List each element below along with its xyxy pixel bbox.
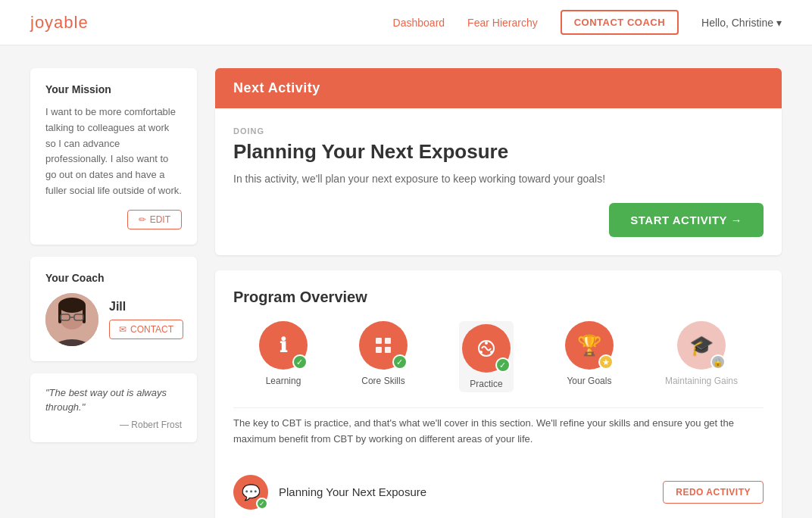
program-steps: ℹ ✓ Learning [233,321,764,392]
activity-row-1-left: 💬 ✓ Planning Your Next Exposure [233,475,426,510]
edit-label: EDIT [150,214,170,225]
step-learning-icon-wrap: ℹ ✓ [259,321,308,370]
step-maintaining-gains[interactable]: 🎓 🔒 Maintaining Gains [665,321,738,392]
step-your-goals-label: Your Goals [567,376,611,386]
svg-rect-9 [376,338,382,344]
contact-coach-button[interactable]: CONTACT COACH [561,10,679,35]
activity-name-1: Planning Your Next Exposure [279,485,426,498]
next-activity-title: Next Activity [233,80,320,95]
quote-author: — Robert Frost [45,420,182,430]
chevron-down-icon: ▾ [776,17,782,29]
step-maintaining-gains-check: 🔒 [710,354,726,370]
greeting-text: Hello, Christine [701,17,773,29]
svg-point-14 [485,342,488,345]
header: joyable Dashboard Fear Hierarchy CONTACT… [0,0,812,45]
mission-text: I want to be more comfortable talking to… [45,105,182,199]
activity-check-1: ✓ [256,498,268,510]
sidebar: Your Mission I want to be more comfortab… [30,68,197,518]
edit-mission-button[interactable]: ✏ EDIT [127,210,182,229]
next-activity-header: Next Activity [215,68,782,108]
step-your-goals-check: ★ [598,354,614,370]
activity-list: 💬 ✓ Planning Your Next Exposure REDO ACT… [233,463,764,518]
activity-row-1: 💬 ✓ Planning Your Next Exposure REDO ACT… [233,463,764,518]
coach-name: Jill [109,300,183,314]
contact-coach-card-button[interactable]: ✉ CONTACT [109,320,183,339]
start-activity-button[interactable]: START ACTIVITY → [609,203,764,237]
nav-dashboard[interactable]: Dashboard [393,17,445,29]
step-core-skills[interactable]: ✓ Core Skills [359,321,408,392]
main-content: Next Activity DOING Planning Your Next E… [215,68,782,518]
step-practice-label: Practice [470,379,502,389]
step-learning-check: ✓ [292,354,308,370]
svg-point-16 [490,351,493,354]
quote-text: "The best way out is always through." [45,385,182,415]
program-overview: Program Overview ℹ ✓ Learning [215,270,782,518]
next-activity-section: Next Activity DOING Planning Your Next E… [215,68,782,255]
step-core-skills-label: Core Skills [361,376,404,386]
nav: Dashboard Fear Hierarchy CONTACT COACH H… [393,10,782,35]
program-overview-title: Program Overview [233,289,764,306]
svg-point-15 [479,351,483,354]
redo-activity-1-button[interactable]: REDO ACTIVITY [663,481,764,504]
step-learning[interactable]: ℹ ✓ Learning [259,321,308,392]
step-maintaining-gains-label: Maintaining Gains [665,376,738,386]
coach-info: Jill ✉ CONTACT [45,293,182,346]
coach-card: Your Coach [30,257,197,361]
step-core-skills-icon-wrap: ✓ [359,321,408,370]
step-practice[interactable]: ✓ Practice [459,321,514,392]
svg-rect-12 [385,347,391,353]
svg-rect-10 [385,338,391,344]
activity-title: Planning Your Next Exposure [233,140,764,164]
logo: joyable [30,13,89,33]
activity-icon-wrap-1: 💬 ✓ [233,475,268,510]
step-maintaining-gains-icon-wrap: 🎓 🔒 [677,321,726,370]
coach-title: Your Coach [45,272,182,284]
step-practice-check: ✓ [495,357,511,373]
mission-card: Your Mission I want to be more comfortab… [30,68,197,245]
nav-fear-hierarchy[interactable]: Fear Hierarchy [467,17,538,29]
coach-avatar [45,293,98,346]
activity-description: In this activity, we'll plan your next e… [233,173,764,185]
program-description: The key to CBT is practice, and that's w… [233,407,764,448]
step-practice-icon-wrap: ✓ [462,324,511,373]
step-core-skills-check: ✓ [392,354,408,370]
svg-point-3 [58,298,86,313]
pencil-icon: ✏ [139,214,146,225]
step-your-goals[interactable]: 🏆 ★ Your Goals [565,321,614,392]
contact-label: CONTACT [130,324,173,335]
main-layout: Your Mission I want to be more comfortab… [0,45,812,518]
svg-rect-11 [376,347,382,353]
step-your-goals-icon-wrap: 🏆 ★ [565,321,614,370]
email-icon: ✉ [119,324,126,335]
quote-card: "The best way out is always through." — … [30,373,197,442]
user-greeting[interactable]: Hello, Christine ▾ [701,17,782,29]
mission-title: Your Mission [45,83,182,95]
next-activity-body: DOING Planning Your Next Exposure In thi… [215,108,782,255]
step-learning-label: Learning [266,376,301,386]
doing-label: DOING [233,126,764,136]
coach-details: Jill ✉ CONTACT [109,300,183,339]
